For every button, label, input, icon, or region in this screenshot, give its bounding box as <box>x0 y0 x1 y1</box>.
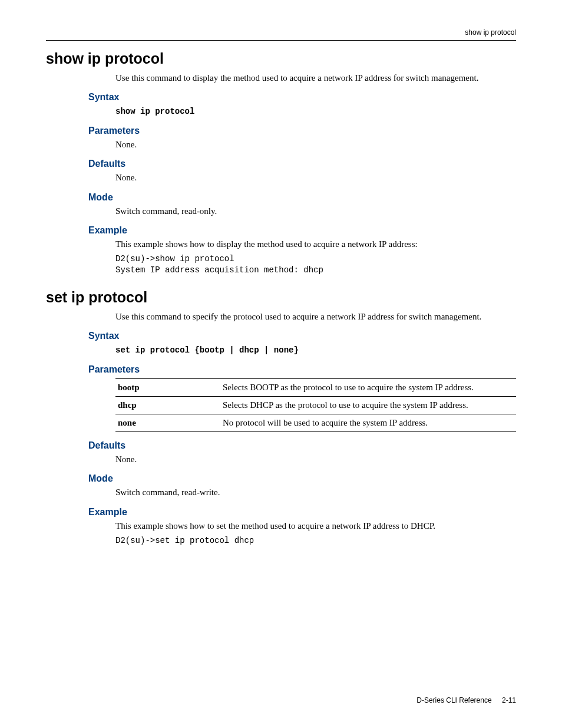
command-title-set-ip-protocol: set ip protocol <box>46 289 516 306</box>
parameters-table: bootp Selects BOOTP as the protocol to u… <box>115 378 516 432</box>
example-code: D2(su)->set ip protocol dhcp <box>115 535 516 546</box>
param-desc: Selects DHCP as the protocol to use to a… <box>220 397 516 414</box>
mode-heading: Mode <box>88 192 516 203</box>
table-row: bootp Selects BOOTP as the protocol to u… <box>115 379 516 397</box>
mode-text: Switch command, read-only. <box>115 205 504 217</box>
header-rule <box>46 40 516 41</box>
param-key: dhcp <box>115 397 220 414</box>
parameters-text: None. <box>115 139 504 150</box>
param-desc: No protocol will be used to acquire the … <box>220 414 516 432</box>
syntax-heading: Syntax <box>88 331 516 341</box>
mode-heading: Mode <box>88 473 516 484</box>
footer-book: D-Series CLI Reference <box>416 696 491 704</box>
header-breadcrumb: show ip protocol <box>46 28 516 40</box>
param-key: bootp <box>115 379 220 397</box>
footer: D-Series CLI Reference 2-11 <box>416 696 516 704</box>
example-heading: Example <box>88 507 516 518</box>
example-heading: Example <box>88 225 516 236</box>
mode-text: Switch command, read-write. <box>115 486 504 498</box>
syntax-code: show ip protocol <box>115 106 516 117</box>
footer-page: 2-11 <box>502 696 516 704</box>
command-title-show-ip-protocol: show ip protocol <box>46 50 516 67</box>
defaults-heading: Defaults <box>88 159 516 169</box>
parameters-heading: Parameters <box>88 126 516 136</box>
syntax-heading: Syntax <box>88 92 516 103</box>
table-row: none No protocol will be used to acquire… <box>115 414 516 432</box>
param-desc: Selects BOOTP as the protocol to use to … <box>220 379 516 397</box>
example-text: This example shows how to display the me… <box>115 238 504 250</box>
parameters-heading: Parameters <box>88 364 516 375</box>
syntax-code: set ip protocol {bootp | dhcp | none} <box>115 345 516 356</box>
command-description: Use this command to display the method u… <box>115 72 504 84</box>
page: show ip protocol show ip protocol Use th… <box>0 0 562 728</box>
command-description: Use this command to specify the protocol… <box>115 311 504 322</box>
defaults-heading: Defaults <box>88 440 516 451</box>
param-key: none <box>115 414 220 432</box>
table-row: dhcp Selects DHCP as the protocol to use… <box>115 397 516 414</box>
defaults-text: None. <box>115 453 504 465</box>
example-code: D2(su)->show ip protocol System IP addre… <box>115 253 516 276</box>
defaults-text: None. <box>115 172 504 183</box>
example-text: This example shows how to set the method… <box>115 520 504 532</box>
